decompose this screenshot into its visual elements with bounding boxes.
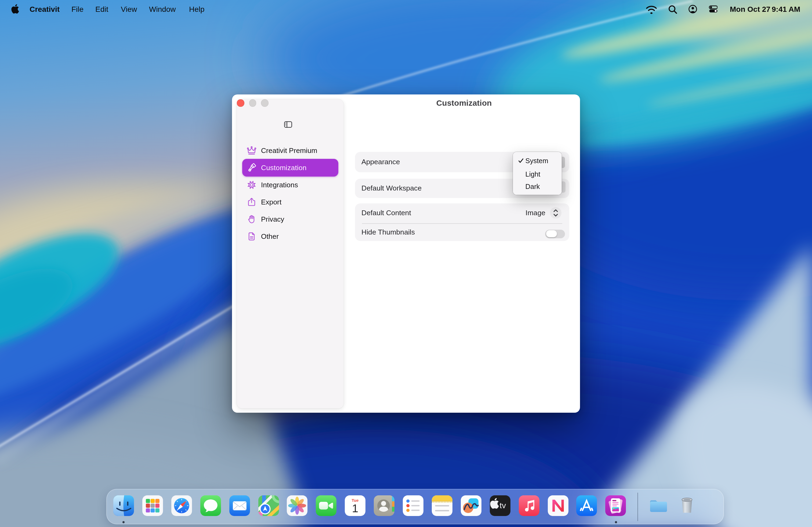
svg-text:1: 1 xyxy=(352,502,359,515)
svg-text:tv: tv xyxy=(499,501,506,510)
